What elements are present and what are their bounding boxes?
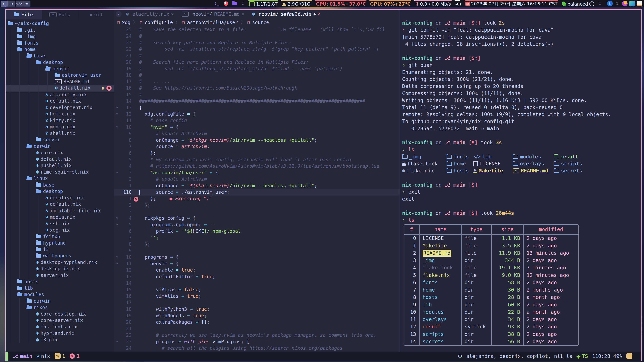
breadcrumb-item[interactable]: source [252, 20, 269, 25]
network-module[interactable]: ⇅0.0 / 0.0 Mb/s [415, 0, 451, 7]
tree-item-creative-nix[interactable]: ❄creative.nix [6, 195, 114, 201]
volume-module[interactable]: ◀)) [455, 0, 461, 7]
code-line[interactable]: ˅5 programs.npm.npmrc = '' [114, 222, 400, 228]
code-line[interactable]: 12 enable = true; [114, 267, 400, 274]
tree-item-darwin[interactable]: darwin [6, 143, 114, 150]
notes-tray-icon[interactable] [636, 1, 642, 6]
code-line[interactable]: 9 # update AstroNvim [114, 131, 400, 137]
code-line[interactable]: ˅10 programs = { [114, 254, 400, 261]
tree-item-desktop-hyprland-nix[interactable]: ❄desktop-hyprland.nix [6, 259, 114, 266]
code-line[interactable]: 15# [114, 91, 400, 98]
error-counter[interactable]: ✕1 [70, 353, 80, 359]
tree-item-alacritty-nix[interactable]: ❄alacritty.nix [6, 91, 114, 98]
code-line[interactable]: 19# sed -ri "s/pattern_str/replace_str/g… [114, 65, 400, 72]
bluetooth-icon[interactable]: ᛒ [607, 1, 613, 6]
tree-item-core-desktop-nix[interactable]: ❄core-desktop.nix [6, 311, 114, 318]
code-line[interactable]: 8 }; [114, 241, 400, 248]
tree-item-ssh-nix[interactable]: ❄ssh.nix [6, 221, 114, 227]
code-line[interactable]: 7 source = astronvim; [114, 143, 400, 150]
code-line[interactable]: 1 onChange = "${pkgs.neovim}/bin/nvim --… [114, 183, 400, 189]
code-line[interactable]: 13 defaultEditor = true; [114, 274, 400, 280]
code-line[interactable]: 16# See https://astronvim.com/Basic%20Us… [114, 85, 400, 91]
code-line[interactable]: 8 onChange = "${pkgs.neovim}/bin/nvim --… [114, 137, 400, 144]
code-line[interactable]: 9 [114, 248, 400, 254]
breadcrumb-item[interactable]: configFile [144, 20, 173, 25]
tree-item-neovim[interactable]: neovim [6, 66, 114, 72]
terminal-app-icon[interactable]: ❯_ [214, 1, 219, 6]
code-line[interactable]: 11 # base config [114, 117, 400, 124]
code-line[interactable]: ˅3 "astronvim/lua/user" = { [114, 170, 400, 176]
tree-item-media-nix[interactable]: ❄media.nix [6, 124, 114, 130]
tab-neovim-default-nix[interactable]: ❄ neovim/default.nix ● ✕ [248, 10, 324, 18]
tree-item-fonts[interactable]: fonts [6, 40, 114, 46]
code-line[interactable]: 3 [114, 209, 400, 215]
code-line[interactable]: 7 ''; [114, 235, 400, 241]
tree-item-hyprland[interactable]: hyprland [6, 240, 114, 246]
power-profile-module[interactable]: balanced [562, 0, 594, 7]
code-line[interactable]: 20# Search file name pattern and Replace… [114, 59, 400, 65]
tree-item-media-nix[interactable]: ❄media.nix [6, 214, 114, 221]
code-line[interactable]: 22 # currently we use lazy.nvim as neovi… [114, 332, 400, 339]
tree-item--git[interactable]: .git [6, 27, 114, 33]
code-line[interactable]: ˅12 xdg.configFile = { [114, 111, 400, 117]
tree-item-linux[interactable]: linux [6, 175, 114, 182]
tree-item-modules[interactable]: modules [6, 292, 114, 298]
code-line[interactable]: 14######################################… [114, 98, 400, 105]
tab-neovim-readme[interactable]: M↓ neovim/README.md✕ [178, 10, 248, 18]
code-line[interactable]: 17# ...... [114, 78, 400, 85]
code-line[interactable]: 15 viAlias = false; [114, 287, 400, 293]
tree-item-core-nix[interactable]: ❄core.nix [6, 149, 114, 156]
tree-item-astronvim-user[interactable]: astronvim_user [6, 72, 114, 79]
tree-item-rime-squirrel-nix[interactable]: ❄rime-squirrel.nix [6, 169, 114, 175]
tree-item--img[interactable]: _img [6, 33, 114, 40]
tree-item-xdg-nix[interactable]: ❄xdg.nix [6, 227, 114, 233]
code-line[interactable]: 22# sed -ri "s/pattern_str/replace_str/g… [114, 46, 400, 52]
tree-item-default-nix[interactable]: ❄default.nix [6, 156, 114, 163]
workspace-browser[interactable]: ◔ [8, 0, 15, 6]
tree-item-fcitx5[interactable]: fcitx5 [6, 233, 114, 240]
tree-item-lib[interactable]: lib [6, 285, 114, 292]
close-icon[interactable]: ✕ [318, 12, 320, 16]
disk-usage-module[interactable]: 1.1T/1.8T [249, 0, 278, 7]
code-line[interactable]: ˅4 nixpkgs.config = { [114, 215, 400, 222]
app-tray-icon[interactable] [629, 1, 635, 6]
code-line[interactable]: 24# [114, 33, 400, 39]
tree-item-base[interactable]: base [6, 53, 114, 59]
code-line[interactable]: 5 # my cusotom astronvim config, astronv… [114, 157, 400, 163]
code-line[interactable]: 19 withNodeJs = true; [114, 313, 400, 319]
tree-item-desktop[interactable]: desktop [6, 188, 114, 195]
tree-item-i3-nix[interactable]: ❄i3.nix [6, 337, 114, 343]
tree-item-base[interactable]: base [6, 182, 114, 188]
tree-item-wallpapers[interactable]: wallpapers [6, 253, 114, 259]
tree-item-home[interactable]: home [6, 46, 114, 53]
code-line[interactable]: ˅13{ [114, 105, 400, 111]
code-line[interactable]: 4 # https://github.com/AstroNvim/AstroNv… [114, 163, 400, 170]
tab-file[interactable]: File [6, 10, 42, 19]
code-area[interactable]: 25# Save the selected text to a file: `:… [114, 26, 400, 352]
tree-item--nix-config[interactable]: ~/nix-config [6, 20, 114, 27]
tree-item-darwin[interactable]: darwin [6, 298, 114, 305]
code-line[interactable]: 21 [114, 326, 400, 332]
code-line[interactable]: 21# [114, 52, 400, 59]
tree-item-desktop[interactable]: desktop [6, 59, 114, 66]
tree-item-hyprland-nix[interactable]: ❄hyprland.nix [6, 330, 114, 337]
tree-item-core-server-nix[interactable]: ❄core-server.nix [6, 317, 114, 324]
code-line[interactable]: ˅23 plugins = with pkgs.vimPlugins; [ [114, 339, 400, 345]
cpu-module[interactable]: CPU:01.5%+37.0°C [316, 0, 366, 7]
tree-item-helix-nix[interactable]: ❄helix.nix [6, 111, 114, 117]
code-line[interactable]: 25# Save the selected text to a file: `:… [114, 26, 400, 33]
workspace-monitor[interactable]: ▭ [23, 0, 30, 6]
code-line[interactable]: 23# Search key pattern and Replace in Mu… [114, 39, 400, 46]
breadcrumb-item[interactable]: xdg [122, 20, 130, 25]
code-line[interactable]: 18# [114, 72, 400, 79]
git-branch[interactable]: ⎇main [12, 353, 32, 359]
code-line[interactable]: 6 prefix = ''${HOME}/.npm-global [114, 228, 400, 235]
tree-item-immutable-file-nix[interactable]: ❄immutable-file.nix [6, 208, 114, 214]
tree-item-server[interactable]: server [6, 137, 114, 143]
code-line[interactable]: 2 }; [114, 202, 400, 209]
code-line[interactable]: 16 vimAlias = true; [114, 293, 400, 300]
tree-item-development-nix[interactable]: ❄development.nix [6, 104, 114, 111]
tree-item-default-nix[interactable]: ❄default.nix [6, 201, 114, 208]
terminal-panel[interactable]: nix-config on ⎇ main [$!] took 2s› git c… [400, 10, 641, 352]
memory-module[interactable]: 2.9Gi/31Gi [282, 0, 312, 7]
